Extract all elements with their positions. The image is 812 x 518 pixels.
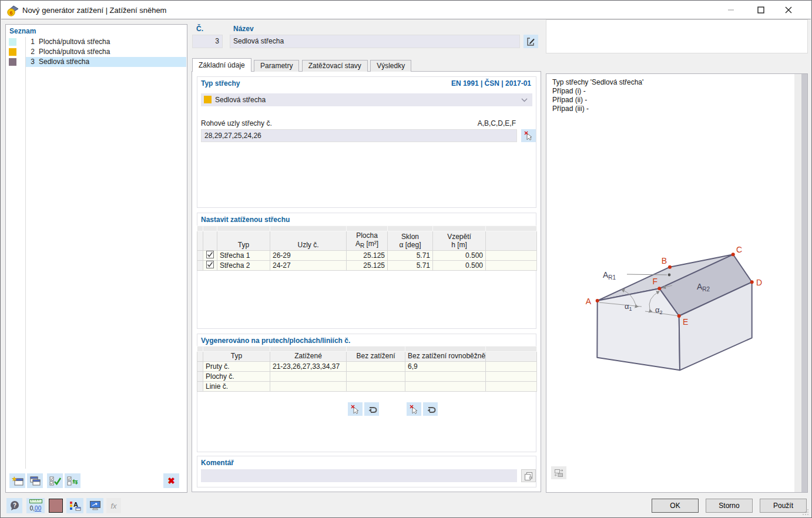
title-bar: 6 Nový generátor zatížení | Zatížení sně… [1,1,811,19]
edit-pencil-icon [526,37,536,46]
copy-item-button[interactable] [27,473,43,488]
roof-type-color-swatch [204,96,212,103]
invert-checks-button[interactable]: ⇆ [65,473,80,488]
roof-type-section-title: Typ střechy [201,79,240,88]
close-button[interactable] [785,1,812,19]
node-label: C [736,245,742,254]
preview-panel: Typ střechy 'Sedlová střecha' Případ (i)… [546,73,808,493]
roof-type-dropdown[interactable]: Sedlová střecha [201,93,532,106]
display-on-screen-button[interactable] [86,498,103,513]
dialog-window: 6 Nový generátor zatížení | Zatížení sně… [0,0,812,518]
corner-nodes-input[interactable]: 28,29,27,25,24,26 [201,129,517,142]
swap-icon: ⇆ [72,478,78,485]
item-color-swatch [9,38,16,46]
number-field[interactable]: 3 [192,35,223,48]
cancel-button[interactable]: Storno [706,499,753,513]
item-color-swatch [9,48,16,56]
comment-section-title: Komentář [201,459,234,467]
pick-nodes-button[interactable] [521,129,536,142]
chevron-down-icon [521,98,528,102]
rename-button[interactable] [524,35,538,48]
delete-item-button[interactable]: ✖ [163,473,179,488]
select-pointer-icon [351,405,360,414]
pick-unloaded-members-button[interactable] [407,402,421,416]
generated-on-group: Vygenerováno na prutech/plochách/liniích… [197,334,536,452]
name-field[interactable]: Sedlová střecha [230,35,520,48]
select-pointer-icon [410,405,419,414]
image-swap-icon [554,469,563,477]
basic-data-page: Typ střechy EN 1991 | ČSN | 2017-01 Sedl… [192,71,541,492]
roof2-checkbox[interactable] [203,261,217,271]
area-label-AR1: AR1 [603,270,616,281]
gable-wall [597,288,680,370]
svg-text:?: ? [12,502,16,509]
app-icon: 6 [6,5,18,16]
item-color-swatch [9,58,16,66]
preview-right-margin [801,74,807,492]
table-row: Plochy č. [197,372,537,382]
node-label: A [586,297,592,306]
node-dot-A [596,299,599,302]
background-color-button[interactable] [49,499,63,513]
undo-loaded-members-button[interactable] [364,402,379,416]
units-settings-button[interactable]: 0,00 [26,498,45,513]
node-label: E [683,317,688,327]
copy-comment-button[interactable] [521,469,536,482]
tab-zakladni-udaje[interactable]: Základní údaje [192,58,251,72]
roof-preview-drawing: A B C D E F AR1 AR2 α1 α2 [546,74,796,493]
table-row: Pruty č. 21-23,26,27,33,34,37 6,9 [197,362,537,372]
resize-grip[interactable] [802,509,809,516]
loaded-roof-group: Nastavit zatíženou střechu Typ Uzly č. P… [197,213,536,329]
ok-button[interactable]: OK [652,499,699,513]
help-balloon-icon: ? [9,500,20,511]
pick-loaded-members-button[interactable] [348,402,363,416]
help-button[interactable]: ? [6,498,22,513]
node-dot-E [677,314,681,318]
tab-parametry[interactable]: Parametry [254,60,299,72]
node-dot-B [668,265,672,269]
list-item-2[interactable]: 2 Plochá/pultová střecha [6,47,186,57]
list-item-1[interactable]: 1 Plochá/pultová střecha [6,37,186,47]
table-header-row: Typ Zatížené Bez zatížení Bez zatížení r… [197,352,537,362]
ruler-icon [29,499,42,503]
number-label: Č. [196,25,203,33]
comment-combobox[interactable] [201,469,517,482]
svg-text:6: 6 [9,10,12,16]
node-dot-F [657,287,661,290]
table-row: Střecha 2 24-27 25.125 5.71 0.500 [197,261,537,271]
tab-zatezovaci-stavy[interactable]: Zatěžovací stavy [302,60,368,72]
node-label: B [662,256,667,265]
corner-nodes-label: Rohové uzly střechy č. [201,119,272,127]
loaded-roof-section-title: Nastavit zatíženou střechu [201,216,290,224]
svg-text:A: A [73,501,78,508]
roof-type-group: Typ střechy EN 1991 | ČSN | 2017-01 Sedl… [197,76,536,208]
display-properties-button[interactable]: A [66,498,83,513]
delete-icon: ✖ [167,476,175,486]
monitor-icon [89,500,101,511]
check-all-button[interactable] [47,473,63,488]
undo-unloaded-members-button[interactable] [423,402,438,416]
table-band-row [197,347,537,352]
maximize-button[interactable] [757,1,784,19]
header-spacer-panel [546,19,808,53]
apply-button[interactable]: Použít [760,499,807,513]
window-title: Nový generátor zatížení | Zatížení sněhe… [22,6,166,15]
select-pointer-icon [524,131,533,140]
minimize-button [727,1,754,19]
display-properties-icon: A [69,500,81,511]
function-button: fx [106,498,121,513]
node-dot-D [750,280,754,284]
tab-vysledky[interactable]: Výsledky [370,60,411,72]
list-item-3-selected[interactable]: 3 Sedlová střecha [6,57,186,67]
comment-group: Komentář [197,456,536,487]
tab-strip: Základní údaje Parametry Zatěžovací stav… [192,58,412,72]
copy-pages-icon [524,472,533,480]
fx-icon: fx [110,502,116,510]
corner-node-letters: A,B,C,D,E,F [478,119,516,127]
generated-section-title: Vygenerováno na prutech/plochách/liniích… [201,337,350,345]
new-item-button[interactable]: ★ [9,473,25,488]
node-dot-C [732,253,735,256]
table-header-row: Typ Uzly č. Plocha AR [m²] Sklonα [deg] … [197,231,537,251]
roof1-checkbox[interactable] [203,251,217,261]
preview-graphic-button [551,466,566,479]
